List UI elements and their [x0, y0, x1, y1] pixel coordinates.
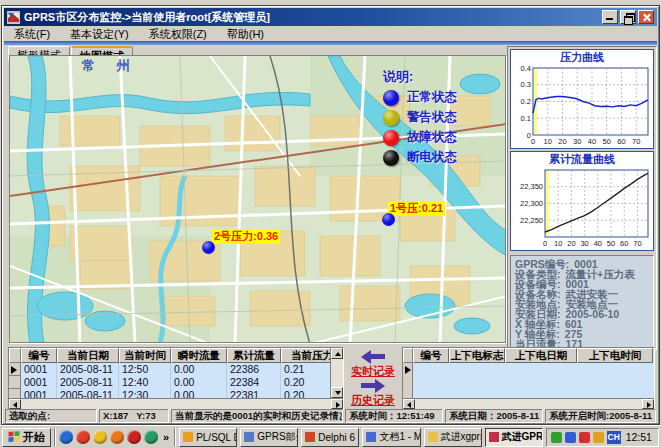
menu-system[interactable]: 系统(F): [14, 27, 50, 42]
status-coord-y: Y:73: [136, 410, 155, 422]
empty-table-body[interactable]: [403, 363, 654, 399]
cell: 2005-08-11: [57, 376, 119, 389]
svg-text:22,350: 22,350: [520, 182, 543, 191]
status-system-date: 系统日期：2005-8-11: [445, 409, 543, 423]
column-header-date[interactable]: 当前日期: [57, 348, 119, 363]
column-header-time[interactable]: 当前时间: [119, 348, 171, 363]
folder-icon: [428, 432, 438, 442]
svg-text:22,250: 22,250: [520, 216, 543, 225]
legend-item-label: 断电状态: [407, 149, 457, 166]
svg-text:20: 20: [567, 239, 575, 248]
column-header-inst-flow[interactable]: 瞬时流量: [171, 348, 227, 363]
poweroff-status-dot-icon: [383, 150, 399, 166]
taskbar: 开始 » PL/SQL Dev... GPRS部分.... Delphi 6: [0, 425, 661, 448]
legend-item-normal: 正常状态: [383, 89, 495, 106]
history-record-button[interactable]: 历史记录: [351, 393, 395, 407]
svg-text:20: 20: [558, 137, 566, 146]
word-doc-icon: [366, 432, 376, 442]
task-button-label: 武进GPRS...: [502, 430, 543, 444]
cell: 2005-08-11: [57, 363, 119, 376]
minimize-button[interactable]: [602, 10, 618, 24]
app-window: GPRS市区分布监控->当前使用者root[系统管理员] 系统(F) 基本设定(…: [1, 5, 660, 425]
taskbar-separator: [54, 428, 56, 446]
map-marker-2[interactable]: 2号压力:0.36: [212, 226, 280, 244]
messenger-icon[interactable]: [127, 430, 141, 444]
toolbar-strip: [4, 41, 657, 45]
column-header-id[interactable]: 编号: [413, 348, 449, 363]
flow-chart-title: 累计流量曲线: [511, 152, 653, 165]
task-button-delphi[interactable]: Delphi 6: [301, 428, 359, 447]
menu-basic-settings[interactable]: 基本设定(Y): [70, 27, 129, 42]
marker-1-label: 1号压:0.21: [388, 201, 445, 216]
realtime-arrow-icon[interactable]: [358, 350, 388, 363]
plsql-app-icon: [183, 432, 193, 442]
svg-text:50: 50: [607, 239, 615, 248]
svg-text:40: 40: [594, 239, 602, 248]
task-button-word-doc[interactable]: 文档1 - Mic...: [362, 428, 420, 447]
close-button[interactable]: [638, 10, 654, 24]
cell: 12:40: [119, 376, 171, 389]
column-header-cum-flow[interactable]: 累计流量: [227, 348, 281, 363]
fault-status-dot-icon: [383, 130, 399, 146]
svg-text:22,300: 22,300: [520, 199, 543, 208]
power-table-header: 编号 上下电标志 上下电日期 上下电时间: [403, 348, 654, 363]
legend-item-poweroff: 断电状态: [383, 149, 495, 166]
table-row[interactable]: 0001 2005-08-11 12:50 0.00 22386 0.21: [9, 363, 343, 376]
windows-logo-icon: [8, 431, 20, 443]
svg-text:0: 0: [531, 137, 535, 146]
record-table-header: 编号 当前日期 当前时间 瞬时流量 累计流量 当前压力: [9, 348, 343, 363]
column-header-power-flag[interactable]: 上下电标志: [449, 348, 505, 363]
history-arrow-icon[interactable]: [358, 379, 388, 392]
record-table-vscrollbar[interactable]: [330, 348, 343, 398]
updater-tray-icon[interactable]: [593, 432, 604, 443]
realtime-record-table: 编号 当前日期 当前时间 瞬时流量 累计流量 当前压力 0001 2005-08…: [8, 347, 344, 410]
download-tool-icon[interactable]: [110, 430, 124, 444]
svg-text:50: 50: [603, 137, 611, 146]
map-marker-1[interactable]: 1号压:0.21: [388, 198, 445, 216]
legend-item-label: 正常状态: [407, 89, 457, 106]
media-player-icon[interactable]: [76, 430, 90, 444]
scroll-up-icon[interactable]: [331, 348, 343, 359]
city-map[interactable]: 常 州 说明: 正常状态 警告状态 故障状态 断电状态: [9, 55, 506, 343]
realtime-record-button[interactable]: 实时记录: [351, 364, 395, 378]
legend-item-fault: 故障状态: [383, 129, 495, 146]
column-header-power-date[interactable]: 上下电日期: [505, 348, 577, 363]
map-legend: 说明: 正常状态 警告状态 故障状态 断电状态: [383, 68, 495, 169]
start-button[interactable]: 开始: [2, 428, 51, 447]
app-icon[interactable]: [7, 11, 20, 24]
record-mode-panel: 实时记录 历史记录: [346, 349, 400, 409]
task-button-label: 武进xgprs: [441, 430, 482, 444]
quick-launch-overflow-button[interactable]: »: [161, 431, 171, 443]
volume-tray-icon[interactable]: [565, 432, 576, 443]
task-button-plsql[interactable]: PL/SQL Dev...: [179, 428, 237, 447]
menu-permissions[interactable]: 系统权限(Z): [149, 27, 207, 42]
browser-icon[interactable]: [59, 430, 73, 444]
restore-button[interactable]: [620, 10, 636, 24]
status-message: 当前显示的是0001的实时和历史记录情况!: [171, 409, 343, 423]
status-coord-x: X:187: [103, 410, 128, 422]
task-button-gprs-doc[interactable]: GPRS部分....: [240, 428, 298, 447]
language-indicator[interactable]: CH: [607, 431, 621, 444]
scroll-down-icon[interactable]: [331, 387, 343, 398]
start-button-label: 开始: [23, 430, 45, 445]
menu-help[interactable]: 帮助(H): [227, 27, 264, 42]
table-row[interactable]: 0001 2005-08-11 12:40 0.00 22384 0.20: [9, 376, 343, 389]
column-header-power-time[interactable]: 上下电时间: [577, 348, 653, 363]
antivirus-tray-icon[interactable]: [579, 432, 590, 443]
marker-2-dot-icon[interactable]: [202, 241, 215, 254]
network-tray-icon[interactable]: [551, 432, 562, 443]
system-tray: CH 12:51: [546, 428, 659, 447]
wujin-gprs-app-icon: [489, 432, 499, 442]
legend-item-label: 故障状态: [407, 129, 457, 146]
column-header-id[interactable]: 编号: [21, 348, 57, 363]
task-button-wujin-gprs[interactable]: 武进GPRS...: [485, 428, 543, 447]
pressure-chart-title: 压力曲线: [511, 50, 653, 63]
utility-icon[interactable]: [93, 430, 107, 444]
cell: 0001: [21, 363, 57, 376]
marker-1-dot-icon[interactable]: [382, 213, 395, 226]
row-selector-icon: [9, 363, 21, 376]
task-button-folder[interactable]: 武进xgprs: [424, 428, 482, 447]
cell: 22384: [227, 376, 281, 389]
cell: 12:50: [119, 363, 171, 376]
globe-icon[interactable]: [144, 430, 158, 444]
